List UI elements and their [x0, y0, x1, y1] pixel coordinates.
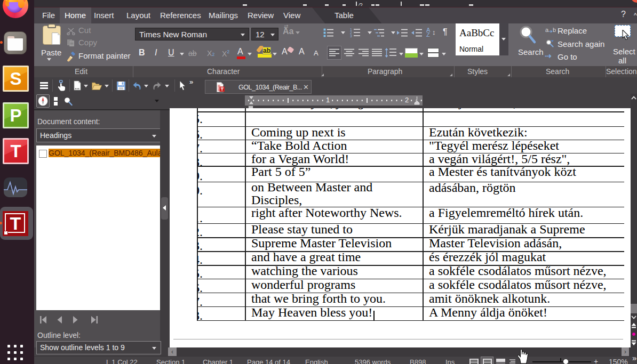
svg-text:3: 3 — [350, 34, 352, 37]
